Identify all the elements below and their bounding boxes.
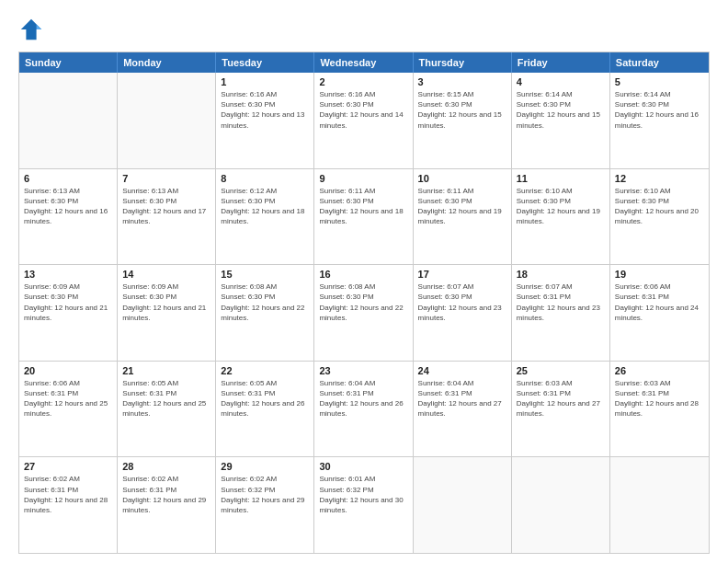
day-cell: 22Sunrise: 6:05 AM Sunset: 6:31 PM Dayli… — [216, 362, 314, 457]
day-cell: 30Sunrise: 6:01 AM Sunset: 6:32 PM Dayli… — [314, 457, 413, 553]
day-number: 22 — [221, 365, 309, 376]
header-day-saturday: Saturday — [610, 52, 709, 73]
day-number: 15 — [221, 269, 309, 280]
day-cell: 3Sunrise: 6:15 AM Sunset: 6:30 PM Daylig… — [414, 73, 512, 168]
day-number: 6 — [24, 173, 112, 184]
day-info: Sunrise: 6:06 AM Sunset: 6:31 PM Dayligh… — [615, 282, 704, 323]
day-info: Sunrise: 6:16 AM Sunset: 6:30 PM Dayligh… — [319, 89, 407, 131]
day-cell: 13Sunrise: 6:09 AM Sunset: 6:30 PM Dayli… — [19, 265, 118, 361]
day-number: 26 — [615, 365, 704, 376]
header — [18, 17, 710, 42]
day-cell: 15Sunrise: 6:08 AM Sunset: 6:30 PM Dayli… — [216, 265, 314, 361]
day-info: Sunrise: 6:04 AM Sunset: 6:31 PM Dayligh… — [319, 378, 407, 419]
day-cell — [512, 457, 610, 553]
calendar: SundayMondayTuesdayWednesdayThursdayFrid… — [18, 52, 710, 554]
week-2: 6Sunrise: 6:13 AM Sunset: 6:30 PM Daylig… — [19, 169, 709, 266]
day-info: Sunrise: 6:08 AM Sunset: 6:30 PM Dayligh… — [221, 282, 309, 323]
week-1: 1Sunrise: 6:16 AM Sunset: 6:30 PM Daylig… — [19, 73, 709, 169]
day-info: Sunrise: 6:10 AM Sunset: 6:30 PM Dayligh… — [615, 186, 704, 227]
day-cell: 27Sunrise: 6:02 AM Sunset: 6:31 PM Dayli… — [19, 457, 118, 553]
day-number: 8 — [221, 173, 309, 184]
day-info: Sunrise: 6:03 AM Sunset: 6:31 PM Dayligh… — [615, 378, 704, 419]
day-cell: 16Sunrise: 6:08 AM Sunset: 6:30 PM Dayli… — [314, 265, 413, 361]
day-info: Sunrise: 6:08 AM Sunset: 6:30 PM Dayligh… — [319, 282, 407, 323]
day-number: 16 — [319, 269, 407, 280]
day-info: Sunrise: 6:10 AM Sunset: 6:30 PM Dayligh… — [517, 186, 605, 227]
day-number: 27 — [24, 461, 112, 472]
day-cell — [19, 73, 118, 168]
day-info: Sunrise: 6:04 AM Sunset: 6:31 PM Dayligh… — [418, 378, 506, 419]
day-info: Sunrise: 6:01 AM Sunset: 6:32 PM Dayligh… — [319, 474, 407, 515]
day-cell: 25Sunrise: 6:03 AM Sunset: 6:31 PM Dayli… — [512, 362, 610, 457]
day-number: 29 — [221, 461, 309, 472]
day-cell — [610, 457, 709, 553]
header-day-tuesday: Tuesday — [216, 52, 314, 73]
day-number: 28 — [122, 461, 210, 472]
day-cell: 23Sunrise: 6:04 AM Sunset: 6:31 PM Dayli… — [314, 362, 413, 457]
day-cell: 4Sunrise: 6:14 AM Sunset: 6:30 PM Daylig… — [512, 73, 610, 168]
day-number: 7 — [122, 173, 210, 184]
header-day-monday: Monday — [118, 52, 216, 73]
header-day-sunday: Sunday — [19, 52, 118, 73]
day-info: Sunrise: 6:07 AM Sunset: 6:31 PM Dayligh… — [517, 282, 605, 323]
week-5: 27Sunrise: 6:02 AM Sunset: 6:31 PM Dayli… — [19, 457, 709, 553]
day-cell: 24Sunrise: 6:04 AM Sunset: 6:31 PM Dayli… — [414, 362, 512, 457]
day-number: 2 — [319, 76, 407, 87]
day-info: Sunrise: 6:13 AM Sunset: 6:30 PM Dayligh… — [122, 186, 210, 227]
header-day-thursday: Thursday — [414, 52, 512, 73]
header-day-friday: Friday — [512, 52, 610, 73]
calendar-body: 1Sunrise: 6:16 AM Sunset: 6:30 PM Daylig… — [19, 73, 709, 553]
day-number: 4 — [517, 76, 605, 87]
day-number: 13 — [24, 269, 112, 280]
day-info: Sunrise: 6:12 AM Sunset: 6:30 PM Dayligh… — [221, 186, 309, 227]
day-info: Sunrise: 6:15 AM Sunset: 6:30 PM Dayligh… — [418, 89, 506, 131]
day-cell: 21Sunrise: 6:05 AM Sunset: 6:31 PM Dayli… — [118, 362, 216, 457]
day-info: Sunrise: 6:11 AM Sunset: 6:30 PM Dayligh… — [319, 186, 407, 227]
day-info: Sunrise: 6:05 AM Sunset: 6:31 PM Dayligh… — [122, 378, 210, 419]
logo-icon — [18, 17, 44, 42]
day-number: 17 — [418, 269, 506, 280]
day-number: 19 — [615, 269, 704, 280]
day-number: 20 — [24, 365, 112, 376]
day-cell: 10Sunrise: 6:11 AM Sunset: 6:30 PM Dayli… — [414, 169, 512, 265]
day-number: 14 — [122, 269, 210, 280]
day-cell: 5Sunrise: 6:14 AM Sunset: 6:30 PM Daylig… — [610, 73, 709, 168]
week-4: 20Sunrise: 6:06 AM Sunset: 6:31 PM Dayli… — [19, 362, 709, 458]
day-info: Sunrise: 6:09 AM Sunset: 6:30 PM Dayligh… — [122, 282, 210, 323]
day-number: 9 — [319, 173, 407, 184]
day-number: 10 — [418, 173, 506, 184]
day-cell: 14Sunrise: 6:09 AM Sunset: 6:30 PM Dayli… — [118, 265, 216, 361]
day-number: 1 — [221, 76, 309, 87]
day-info: Sunrise: 6:16 AM Sunset: 6:30 PM Dayligh… — [221, 89, 309, 131]
day-cell: 12Sunrise: 6:10 AM Sunset: 6:30 PM Dayli… — [610, 169, 709, 265]
day-cell — [118, 73, 216, 168]
day-cell: 9Sunrise: 6:11 AM Sunset: 6:30 PM Daylig… — [314, 169, 413, 265]
day-info: Sunrise: 6:11 AM Sunset: 6:30 PM Dayligh… — [418, 186, 506, 227]
day-cell: 28Sunrise: 6:02 AM Sunset: 6:31 PM Dayli… — [118, 457, 216, 553]
day-info: Sunrise: 6:05 AM Sunset: 6:31 PM Dayligh… — [221, 378, 309, 419]
day-cell: 1Sunrise: 6:16 AM Sunset: 6:30 PM Daylig… — [216, 73, 314, 168]
day-cell: 7Sunrise: 6:13 AM Sunset: 6:30 PM Daylig… — [118, 169, 216, 265]
day-number: 30 — [319, 461, 407, 472]
day-cell: 20Sunrise: 6:06 AM Sunset: 6:31 PM Dayli… — [19, 362, 118, 457]
day-cell: 6Sunrise: 6:13 AM Sunset: 6:30 PM Daylig… — [19, 169, 118, 265]
day-number: 3 — [418, 76, 506, 87]
page: SundayMondayTuesdayWednesdayThursdayFrid… — [0, 0, 728, 563]
day-info: Sunrise: 6:03 AM Sunset: 6:31 PM Dayligh… — [517, 378, 605, 419]
day-cell: 26Sunrise: 6:03 AM Sunset: 6:31 PM Dayli… — [610, 362, 709, 457]
day-cell: 2Sunrise: 6:16 AM Sunset: 6:30 PM Daylig… — [314, 73, 413, 168]
day-number: 24 — [418, 365, 506, 376]
day-number: 21 — [122, 365, 210, 376]
day-number: 11 — [517, 173, 605, 184]
header-day-wednesday: Wednesday — [314, 52, 413, 73]
day-cell: 29Sunrise: 6:02 AM Sunset: 6:32 PM Dayli… — [216, 457, 314, 553]
day-info: Sunrise: 6:14 AM Sunset: 6:30 PM Dayligh… — [615, 89, 704, 131]
day-info: Sunrise: 6:07 AM Sunset: 6:30 PM Dayligh… — [418, 282, 506, 323]
calendar-header: SundayMondayTuesdayWednesdayThursdayFrid… — [19, 52, 709, 73]
day-info: Sunrise: 6:02 AM Sunset: 6:31 PM Dayligh… — [24, 474, 112, 515]
day-info: Sunrise: 6:06 AM Sunset: 6:31 PM Dayligh… — [24, 378, 112, 419]
day-info: Sunrise: 6:14 AM Sunset: 6:30 PM Dayligh… — [517, 89, 605, 131]
day-number: 5 — [615, 76, 704, 87]
day-cell: 18Sunrise: 6:07 AM Sunset: 6:31 PM Dayli… — [512, 265, 610, 361]
day-number: 18 — [517, 269, 605, 280]
